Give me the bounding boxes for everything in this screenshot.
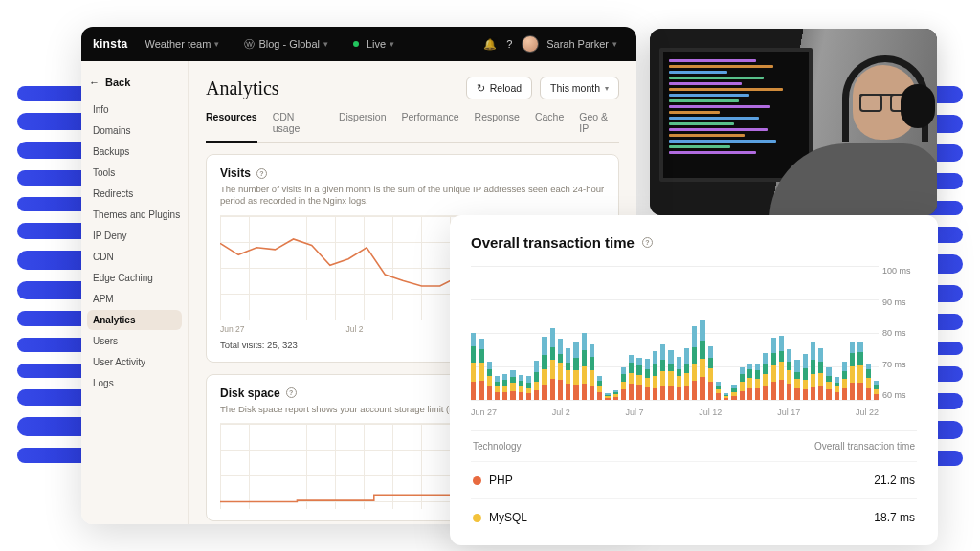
bar-stack — [479, 266, 483, 400]
card-title: Disk space — [220, 386, 280, 400]
bar-stack — [716, 266, 721, 400]
bar-stack — [708, 266, 713, 400]
bar-stack — [487, 266, 492, 400]
bar-stack — [787, 266, 791, 400]
bar-stack — [495, 266, 500, 400]
page-title: Analytics — [206, 77, 279, 99]
table-row: PHP21.2 ms — [471, 461, 917, 498]
bar-stack — [803, 266, 808, 400]
bar-stack — [755, 266, 760, 400]
bar-stack — [573, 266, 578, 400]
bar-stack — [874, 266, 879, 400]
sidebar-item-info[interactable]: Info — [87, 99, 182, 120]
bar-stack — [826, 266, 831, 400]
tab-cdn-usage[interactable]: CDN usage — [273, 111, 323, 142]
bar-stack — [534, 266, 539, 400]
sidebar-item-themes-and-plugins[interactable]: Themes and Plugins — [87, 205, 182, 225]
sidebar-item-redirects[interactable]: Redirects — [87, 184, 182, 204]
bar-stack — [621, 266, 626, 400]
sidebar-item-edge-caching[interactable]: Edge Caching — [87, 268, 182, 288]
avatar[interactable] — [522, 35, 539, 53]
wordpress-icon: ⓦ — [244, 37, 255, 52]
chevron-down-icon: ▾ — [323, 39, 328, 49]
sidebar: ← Back InfoDomainsBackupsToolsRedirectsT… — [81, 61, 189, 524]
sidebar-item-logs[interactable]: Logs — [87, 373, 182, 393]
reload-button[interactable]: ↻ Reload — [466, 77, 532, 99]
tab-cache[interactable]: Cache — [535, 111, 564, 142]
sidebar-item-backups[interactable]: Backups — [87, 142, 182, 162]
bar-stack — [763, 266, 768, 400]
chevron-down-icon: ▾ — [605, 84, 609, 93]
bar-stack — [582, 266, 587, 400]
help-icon[interactable]: ? — [642, 237, 653, 248]
sidebar-item-tools[interactable]: Tools — [87, 163, 182, 183]
sidebar-item-domains[interactable]: Domains — [87, 121, 182, 141]
bar-stack — [779, 266, 784, 400]
chevron-down-icon: ▾ — [214, 39, 219, 49]
bar-stack — [677, 266, 681, 400]
tab-performance[interactable]: Performance — [402, 111, 459, 142]
legend-dot-icon — [473, 514, 481, 522]
tab-dispersion[interactable]: Dispersion — [339, 111, 387, 142]
sidebar-item-users[interactable]: Users — [87, 331, 182, 351]
bar-stack — [645, 266, 650, 400]
sidebar-item-cdn[interactable]: CDN — [87, 247, 182, 267]
help-icon[interactable]: ? — [256, 168, 267, 179]
bell-icon[interactable]: 🔔 — [483, 38, 497, 51]
bar-stack — [558, 266, 563, 400]
sidebar-item-apm[interactable]: APM — [87, 289, 182, 309]
back-button[interactable]: ← Back — [87, 73, 182, 99]
help-icon[interactable]: ? — [286, 387, 297, 398]
bar-stack — [605, 266, 610, 400]
bar-stack — [794, 266, 799, 400]
chevron-down-icon: ▾ — [390, 39, 394, 49]
topbar: kinsta Weather team▾ ⓦ Blog - Global▾ Li… — [81, 27, 636, 61]
user-menu[interactable]: Sarah Parker▾ — [545, 34, 625, 54]
bar-stack — [724, 266, 728, 400]
photo-person — [779, 57, 937, 215]
status-dot-icon — [353, 41, 359, 47]
sidebar-item-analytics[interactable]: Analytics — [87, 310, 182, 330]
site-selector[interactable]: ⓦ Blog - Global▾ — [236, 33, 336, 55]
env-selector[interactable]: Weather team▾ — [137, 34, 227, 54]
tab-geo-ip[interactable]: Geo & IP — [579, 111, 619, 142]
tabs: ResourcesCDN usageDispersionPerformanceR… — [206, 111, 619, 143]
bar-stack — [818, 266, 823, 400]
bar-stack — [502, 266, 507, 400]
transaction-chart: 100 ms90 ms80 ms70 ms60 ms — [471, 266, 917, 400]
bar-stack — [811, 266, 815, 400]
legend-dot-icon — [473, 476, 481, 485]
bar-stack — [684, 266, 689, 400]
bar-stack — [526, 266, 531, 400]
bar-stack — [597, 266, 602, 400]
bar-stack — [542, 266, 546, 400]
tab-resources[interactable]: Resources — [206, 111, 257, 143]
bar-stack — [700, 266, 704, 400]
bar-stack — [740, 266, 745, 400]
bar-stack — [866, 266, 871, 400]
period-select[interactable]: This month ▾ — [540, 77, 619, 99]
table-row: MySQL18.7 ms — [471, 498, 917, 536]
env-status-selector[interactable]: Live▾ — [345, 34, 402, 54]
bar-stack — [550, 266, 555, 400]
bar-stack — [590, 266, 594, 400]
chevron-down-icon: ▾ — [612, 39, 617, 49]
promo-photo — [650, 29, 937, 215]
bar-stack — [850, 266, 855, 400]
card-title: Visits — [220, 166, 251, 180]
sidebar-item-user-activity[interactable]: User Activity — [87, 352, 182, 372]
bar-stack — [660, 266, 665, 400]
transaction-table-head: Technology Overall transaction time — [471, 430, 917, 461]
reload-icon: ↻ — [477, 82, 485, 94]
sidebar-item-ip-deny[interactable]: IP Deny — [87, 226, 182, 246]
bar-stack — [731, 266, 736, 400]
bar-stack — [668, 266, 673, 400]
bar-stack — [692, 266, 697, 400]
bar-stack — [653, 266, 657, 400]
bar-stack — [747, 266, 752, 400]
chevron-left-icon: ← — [89, 77, 100, 88]
bar-stack — [842, 266, 847, 400]
help-icon[interactable]: ? — [502, 38, 516, 50]
card-description: The number of visits in a given month is… — [220, 184, 605, 208]
tab-response[interactable]: Response — [475, 111, 520, 142]
